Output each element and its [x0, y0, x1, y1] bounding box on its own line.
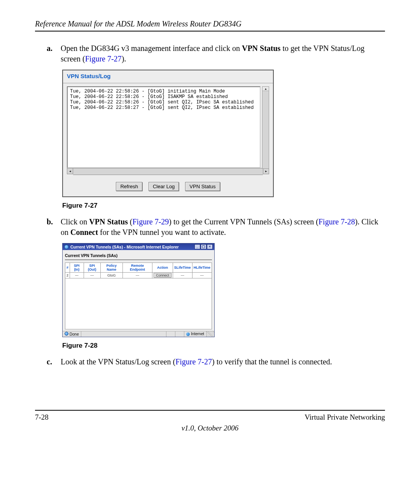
th-action: Action [152, 263, 173, 273]
cell-num: 2 [65, 273, 70, 278]
step-a-text-1: Open the DG834G v3 management interface … [61, 44, 242, 52]
cell-policy: GtoG [100, 273, 122, 278]
step-c-text-1: Look at the VPN Status/Log screen ( [61, 357, 175, 366]
footer-version: v1.0, October 2006 [35, 424, 385, 432]
step-b-text-1: Click on [61, 217, 89, 226]
log-line-0: Tue, 2004-06-22 22:58:26 - [GtoG] initia… [70, 89, 225, 94]
step-a-bold-vpnstatus: VPN Status [242, 44, 280, 52]
cell-slife: --- [173, 273, 192, 278]
hscroll-left-icon[interactable]: ◂ [67, 168, 73, 174]
step-b-text-2: ( [128, 217, 133, 226]
step-b: b. Click on VPN Status (Figure 7-29) to … [47, 217, 385, 238]
th-policy: Policy Name [100, 263, 122, 273]
table-empty-area [65, 278, 212, 329]
ie-window-title: Current VPN Tunnels (SAs) - Microsoft In… [70, 245, 179, 249]
step-b-figref-29[interactable]: Figure 7-29 [132, 217, 169, 226]
vpn-tunnels-subtitle: Current VPN Tunnels (SAs) [65, 252, 212, 259]
status-done: Done [70, 332, 79, 336]
log-line-1: Tue, 2004-06-22 22:58:26 - [GtoG] ISAKMP… [70, 94, 228, 100]
step-b-text-5: for the VPN tunnel you want to activate. [98, 228, 226, 236]
figure-7-28-screenshot: Current VPN Tunnels (SAs) - Microsoft In… [62, 243, 215, 337]
status-ie-icon [65, 332, 68, 336]
hscroll-right-icon[interactable]: ▸ [263, 168, 269, 174]
cell-action: Connect [152, 273, 173, 278]
status-zone: Internet [191, 332, 204, 336]
globe-icon [186, 332, 190, 336]
step-b-bold-vpnstatus: VPN Status [89, 217, 128, 226]
cell-spi-in: --- [70, 273, 84, 278]
step-a-figref[interactable]: Figure 7-27 [85, 54, 122, 63]
vpn-tunnels-table: # SPI (In) SPI (Out) Policy Name Remote … [65, 262, 212, 278]
footer-section-title: Virtual Private Networking [304, 413, 385, 422]
horizontal-scrollbar[interactable] [73, 168, 263, 175]
step-a-label: a. [47, 43, 54, 64]
step-c-text-2: ) to verify that the tunnel is connected… [212, 357, 332, 366]
th-spi-out: SPI (Out) [84, 263, 100, 273]
ie-icon [64, 245, 69, 249]
th-hlife: HLifeTime [192, 263, 212, 273]
clear-log-button[interactable]: Clear Log [149, 182, 179, 191]
step-b-text-3: ) to get the Current VPN Tunnels (SAs) s… [169, 217, 318, 226]
table-header-row: # SPI (In) SPI (Out) Policy Name Remote … [65, 263, 212, 273]
resize-grip-icon[interactable] [206, 331, 214, 337]
step-c-figref[interactable]: Figure 7-27 [175, 357, 212, 366]
cell-spi-out: --- [84, 273, 100, 278]
th-num: # [65, 263, 70, 273]
minimize-icon[interactable]: _ [194, 244, 200, 249]
ie-window-titlebar[interactable]: Current VPN Tunnels (SAs) - Microsoft In… [63, 243, 214, 250]
vpn-log-textarea[interactable]: Tue, 2004-06-22 22:58:26 - [GtoG] initia… [67, 86, 261, 168]
refresh-button[interactable]: Refresh [116, 182, 142, 191]
step-b-figref-28[interactable]: Figure 7-28 [318, 217, 355, 226]
figure-7-27-screenshot: VPN Status/Log Tue, 2004-06-22 22:58:26 … [62, 70, 274, 197]
table-row: 2 --- --- GtoG --- Connect --- --- [65, 273, 212, 278]
cell-endpoint: --- [122, 273, 152, 278]
step-b-label: b. [47, 217, 54, 238]
step-c-label: c. [47, 357, 54, 367]
th-slife: SLifeTime [173, 263, 192, 273]
log-line-3: Tue, 2004-06-22 22:58:27 - [GtoG] sent Q… [70, 105, 254, 110]
ie-statusbar: Done Internet [63, 331, 214, 337]
th-endpoint: Remote Endpoint [122, 263, 152, 273]
log-line-2: Tue, 2004-06-22 22:58:26 - [GtoG] sent Q… [70, 100, 254, 105]
step-a: a. Open the DG834G v3 management interfa… [47, 43, 385, 64]
footer-rule [35, 410, 385, 411]
step-b-bold-connect: Connect [70, 228, 98, 236]
page-header-title: Reference Manual for the ADSL Modem Wire… [35, 19, 385, 28]
step-c: c. Look at the VPN Status/Log screen (Fi… [47, 357, 385, 367]
vertical-scrollbar[interactable] [262, 86, 269, 169]
figure-7-27-caption: Figure 7-27 [62, 202, 385, 210]
th-spi-in: SPI (In) [70, 263, 84, 273]
cell-hlife: --- [192, 273, 212, 278]
step-a-text-3: ). [122, 54, 126, 63]
figure-7-28-caption: Figure 7-28 [62, 342, 385, 350]
close-icon[interactable]: × [207, 244, 213, 249]
maximize-icon[interactable]: ▢ [201, 244, 206, 249]
connect-button[interactable]: Connect [154, 273, 172, 278]
header-rule [35, 31, 385, 32]
footer-page-number: 7-28 [35, 413, 49, 422]
vpn-status-button[interactable]: VPN Status [185, 182, 220, 191]
vpn-status-log-title: VPN Status/Log [63, 70, 273, 80]
